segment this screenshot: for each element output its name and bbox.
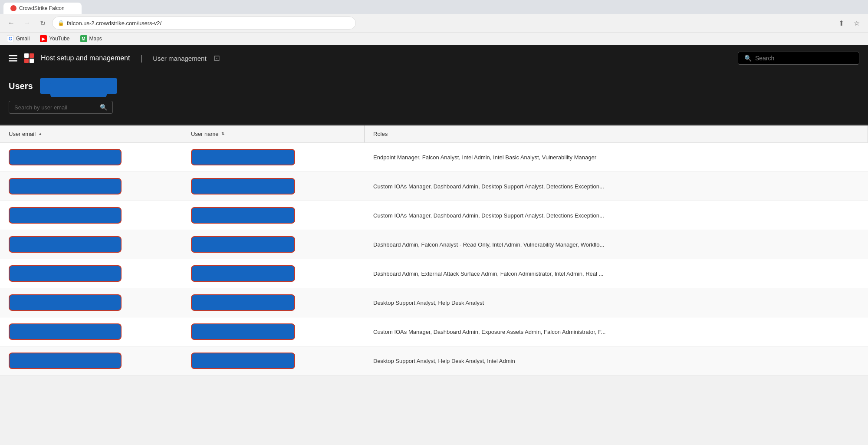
table-row[interactable]: Custom IOAs Manager, Dashboard Admin, De… bbox=[0, 172, 868, 201]
app-header: Host setup and management | User managem… bbox=[0, 45, 868, 71]
cell-name-0 bbox=[182, 143, 365, 171]
bookmark-maps[interactable]: M Maps bbox=[79, 34, 104, 43]
cell-name-2 bbox=[182, 201, 365, 230]
global-search-input[interactable] bbox=[755, 55, 853, 62]
browser-tab-active[interactable]: CrowdStrike Falcon bbox=[3, 3, 82, 14]
bookmark-youtube[interactable]: ▶ YouTube bbox=[38, 34, 71, 43]
search-icon: 🔍 bbox=[744, 55, 752, 62]
cell-email-3 bbox=[0, 230, 182, 259]
cell-roles-7: Desktop Support Analyst, Help Desk Analy… bbox=[365, 352, 868, 370]
roles-text-1: Custom IOAs Manager, Dashboard Admin, De… bbox=[373, 183, 604, 190]
youtube-favicon: ▶ bbox=[40, 35, 47, 42]
col-header-email[interactable]: User email ▲ bbox=[0, 125, 182, 142]
lock-icon: 🔒 bbox=[58, 20, 64, 26]
email-redacted-3 bbox=[9, 236, 122, 253]
table-row[interactable]: Endpoint Manager, Falcon Analyst, Intel … bbox=[0, 143, 868, 172]
table-row[interactable]: Desktop Support Analyst, Help Desk Analy… bbox=[0, 288, 868, 317]
hamburger-icon bbox=[9, 54, 17, 63]
cell-roles-0: Endpoint Manager, Falcon Analyst, Intel … bbox=[365, 148, 868, 167]
email-redacted-1 bbox=[9, 178, 122, 194]
col-name-label: User name bbox=[191, 131, 219, 137]
table-header: User email ▲ User name ⇅ Roles bbox=[0, 125, 868, 143]
user-search-box[interactable]: 🔍 bbox=[9, 101, 113, 114]
bookmark-gmail-label: Gmail bbox=[16, 36, 30, 42]
users-title-row: Users bbox=[9, 78, 859, 94]
nav-back-button[interactable]: ← bbox=[5, 17, 17, 29]
sort-name-icon: ⇅ bbox=[221, 132, 225, 135]
cell-roles-3: Dashboard Admin, Falcon Analyst - Read O… bbox=[365, 235, 868, 254]
table-row[interactable]: Custom IOAs Manager, Dashboard Admin, De… bbox=[0, 201, 868, 230]
cell-email-4 bbox=[0, 259, 182, 288]
cell-roles-4: Dashboard Admin, External Attack Surface… bbox=[365, 264, 868, 283]
url-text: falcon.us-2.crowdstrike.com/users-v2/ bbox=[67, 20, 161, 26]
search-user-row: 🔍 bbox=[9, 101, 859, 114]
cell-roles-2: Custom IOAs Manager, Dashboard Admin, De… bbox=[365, 206, 868, 225]
roles-text-5: Desktop Support Analyst, Help Desk Analy… bbox=[373, 300, 484, 306]
breadcrumb-separator: | bbox=[140, 54, 142, 63]
user-search-icon: 🔍 bbox=[100, 104, 107, 111]
svg-rect-0 bbox=[9, 55, 17, 56]
cell-email-0 bbox=[0, 143, 182, 171]
address-bar[interactable]: 🔒 falcon.us-2.crowdstrike.com/users-v2/ bbox=[52, 16, 356, 30]
col-email-label: User email bbox=[9, 131, 36, 137]
cell-email-1 bbox=[0, 172, 182, 201]
logo-icon bbox=[24, 53, 34, 63]
roles-text-3: Dashboard Admin, Falcon Analyst - Read O… bbox=[373, 241, 604, 248]
page-bookmark-icon[interactable]: ⊡ bbox=[214, 53, 220, 63]
browser-icons: ⬆ ☆ bbox=[835, 17, 863, 29]
roles-text-4: Dashboard Admin, External Attack Surface… bbox=[373, 270, 603, 277]
bookmark-star-icon[interactable]: ☆ bbox=[851, 17, 863, 29]
email-redacted-6 bbox=[9, 323, 122, 340]
col-header-name[interactable]: User name ⇅ bbox=[182, 125, 365, 142]
share-icon[interactable]: ⬆ bbox=[835, 17, 847, 29]
page-title: Users bbox=[9, 81, 33, 91]
table-row[interactable]: Custom IOAs Manager, Dashboard Admin, Ex… bbox=[0, 317, 868, 346]
nav-forward-button[interactable]: → bbox=[21, 17, 33, 29]
browser-tab-bar: CrowdStrike Falcon bbox=[0, 0, 868, 14]
svg-rect-2 bbox=[9, 60, 17, 62]
name-redacted-5 bbox=[191, 294, 295, 311]
app-logo bbox=[24, 53, 34, 63]
global-search-box[interactable]: 🔍 bbox=[738, 52, 859, 65]
table-row[interactable]: Desktop Support Analyst, Help Desk Analy… bbox=[0, 346, 868, 376]
bookmark-youtube-label: YouTube bbox=[49, 36, 69, 42]
browser-chrome: CrowdStrike Falcon ← → ↻ 🔒 falcon.us-2.c… bbox=[0, 0, 868, 45]
add-user-button[interactable] bbox=[40, 78, 117, 94]
add-user-button-label-redacted bbox=[50, 82, 107, 97]
table-body: Endpoint Manager, Falcon Analyst, Intel … bbox=[0, 143, 868, 376]
svg-rect-1 bbox=[9, 58, 17, 59]
email-redacted-0 bbox=[9, 149, 122, 165]
hamburger-menu-button[interactable] bbox=[9, 54, 17, 63]
cell-name-4 bbox=[182, 259, 365, 288]
nav-refresh-button[interactable]: ↻ bbox=[36, 17, 49, 29]
table-row[interactable]: Dashboard Admin, External Attack Surface… bbox=[0, 259, 868, 288]
name-redacted-7 bbox=[191, 353, 295, 369]
bookmark-maps-label: Maps bbox=[89, 36, 102, 42]
cell-name-7 bbox=[182, 346, 365, 375]
email-redacted-7 bbox=[9, 353, 122, 369]
cell-name-5 bbox=[182, 288, 365, 317]
header-app-title: Host setup and management bbox=[41, 54, 130, 62]
roles-text-6: Custom IOAs Manager, Dashboard Admin, Ex… bbox=[373, 329, 605, 335]
maps-favicon: M bbox=[80, 35, 87, 42]
cell-name-6 bbox=[182, 317, 365, 346]
tab-title: CrowdStrike Falcon bbox=[19, 5, 65, 11]
name-redacted-0 bbox=[191, 149, 295, 165]
user-search-input[interactable] bbox=[14, 104, 96, 111]
table-row[interactable]: Dashboard Admin, Falcon Analyst - Read O… bbox=[0, 230, 868, 259]
roles-text-7: Desktop Support Analyst, Help Desk Analy… bbox=[373, 358, 515, 364]
name-redacted-1 bbox=[191, 178, 295, 194]
page-header: Users 🔍 bbox=[0, 71, 868, 125]
cell-name-1 bbox=[182, 172, 365, 201]
col-header-roles: Roles bbox=[365, 125, 868, 142]
cell-roles-5: Desktop Support Analyst, Help Desk Analy… bbox=[365, 293, 868, 312]
name-redacted-3 bbox=[191, 236, 295, 253]
header-sub-title: User management bbox=[153, 55, 206, 62]
bookmark-gmail[interactable]: G Gmail bbox=[5, 34, 31, 43]
col-roles-label: Roles bbox=[373, 131, 388, 137]
name-redacted-6 bbox=[191, 323, 295, 340]
name-redacted-2 bbox=[191, 207, 295, 224]
cell-email-6 bbox=[0, 317, 182, 346]
cell-email-2 bbox=[0, 201, 182, 230]
users-table: User email ▲ User name ⇅ Roles Endpoint … bbox=[0, 125, 868, 376]
